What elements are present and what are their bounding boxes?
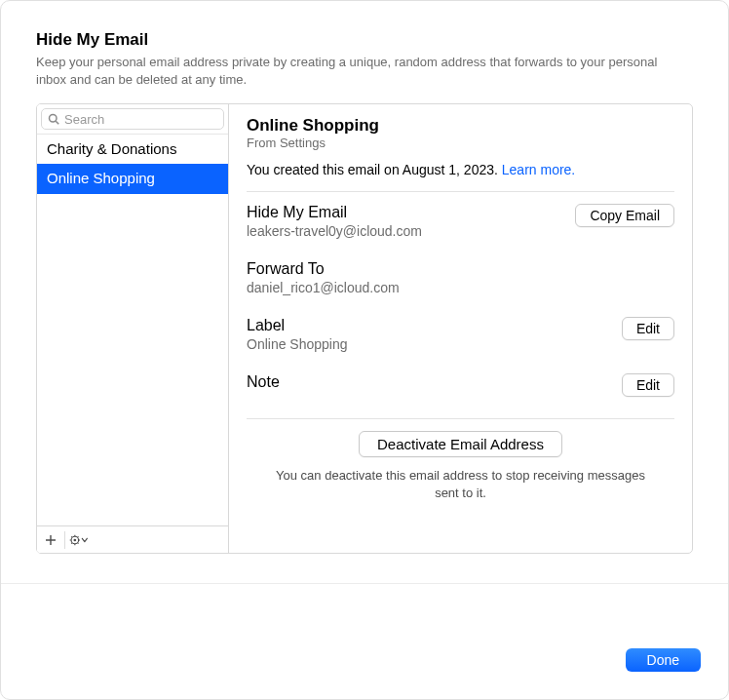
- page-title: Hide My Email: [36, 30, 693, 50]
- label-value: Online Shopping: [247, 336, 348, 352]
- svg-point-5: [74, 538, 77, 541]
- forward-to-label: Forward To: [247, 260, 400, 278]
- hide-my-email-label: Hide My Email: [247, 204, 422, 221]
- gear-dropdown-icon: [69, 534, 89, 546]
- divider: [247, 191, 674, 192]
- search-container: [37, 104, 228, 135]
- options-button[interactable]: [65, 526, 93, 554]
- content-pane: Charity & Donations Online Shopping: [36, 103, 693, 554]
- copy-email-button[interactable]: Copy Email: [575, 204, 674, 227]
- edit-note-button[interactable]: Edit: [622, 373, 674, 397]
- deactivate-section: Deactivate Email Address You can deactiv…: [247, 431, 674, 501]
- alias-source: From Settings: [247, 136, 674, 150]
- created-suffix: .: [494, 162, 502, 177]
- created-info: You created this email on August 1, 2023…: [247, 162, 674, 177]
- svg-line-10: [71, 536, 72, 537]
- detail-pane: Online Shopping From Settings You create…: [229, 104, 692, 553]
- divider: [247, 418, 674, 419]
- sidebar: Charity & Donations Online Shopping: [37, 104, 229, 553]
- hide-my-email-row: Hide My Email leakers-travel0y@icloud.co…: [247, 204, 674, 239]
- learn-more-link[interactable]: Learn more.: [502, 162, 575, 177]
- hide-my-email-window: Hide My Email Keep your personal email a…: [0, 0, 729, 700]
- done-button[interactable]: Done: [626, 648, 701, 672]
- created-prefix: You created this email on: [247, 162, 403, 177]
- chevron-down-icon: [82, 538, 87, 541]
- header: Hide My Email Keep your personal email a…: [1, 1, 728, 96]
- forward-to-value: daniel_rico1@icloud.com: [247, 280, 400, 295]
- forward-to-row: Forward To daniel_rico1@icloud.com: [247, 260, 674, 295]
- search-icon: [48, 113, 59, 125]
- alias-list: Charity & Donations Online Shopping: [37, 135, 228, 525]
- svg-line-13: [78, 536, 79, 537]
- svg-line-12: [71, 542, 72, 543]
- svg-point-0: [50, 115, 58, 123]
- created-date: August 1, 2023: [403, 162, 494, 177]
- footer: Done: [1, 583, 728, 699]
- search-field[interactable]: [41, 108, 224, 130]
- svg-line-1: [56, 121, 58, 124]
- hide-my-email-value: leakers-travel0y@icloud.com: [247, 223, 422, 239]
- deactivate-button[interactable]: Deactivate Email Address: [359, 431, 562, 457]
- alias-title: Online Shopping: [247, 116, 674, 136]
- label-row: Label Online Shopping Edit: [247, 317, 674, 352]
- list-item[interactable]: Online Shopping: [37, 164, 228, 193]
- list-item[interactable]: Charity & Donations: [37, 135, 228, 164]
- note-label: Note: [247, 373, 280, 391]
- sidebar-footer: [37, 525, 228, 553]
- add-button[interactable]: [37, 526, 64, 554]
- search-input[interactable]: [64, 112, 228, 127]
- label-label: Label: [247, 317, 348, 334]
- deactivate-note: You can deactivate this email address to…: [247, 467, 674, 501]
- note-row: Note Edit: [247, 373, 674, 397]
- plus-icon: [45, 534, 57, 546]
- svg-line-11: [78, 542, 79, 543]
- edit-label-button[interactable]: Edit: [622, 317, 674, 340]
- page-description: Keep your personal email address private…: [36, 54, 679, 88]
